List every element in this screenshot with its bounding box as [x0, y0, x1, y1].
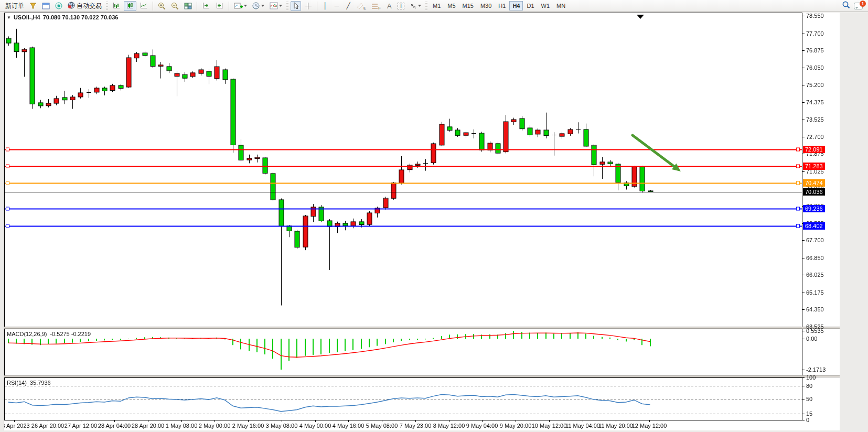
timeframe-m15[interactable]: M15	[459, 1, 477, 10]
time-axis-tick: 3 May 08:00	[266, 423, 298, 429]
notifications-icon[interactable]: 1	[854, 3, 863, 9]
candlestick-mode-button[interactable]	[124, 1, 136, 11]
notification-badge: 1	[860, 1, 866, 7]
time-axis-tick: 12 May 12:00	[632, 423, 667, 429]
rsi-axis-tick-100: 100	[806, 374, 816, 381]
timeframe-m1[interactable]: M1	[430, 1, 444, 10]
macd-values: -0.5275 -0.2219	[50, 331, 91, 337]
timeframe-m5[interactable]: M5	[444, 1, 458, 10]
price-axis-tick-78.550: 78.550	[806, 13, 824, 19]
autotrade-label: 自动交易	[77, 2, 102, 10]
zoom-out-button[interactable]	[169, 1, 181, 11]
price-axis-tick-74.375: 74.375	[806, 99, 824, 105]
price-axis-tick-76.875: 76.875	[806, 47, 824, 53]
funnel-icon[interactable]	[27, 1, 39, 11]
chevron-down-icon	[261, 5, 264, 7]
autotrade-globe-icon	[68, 2, 75, 10]
price-axis-tick-73.525: 73.525	[806, 116, 824, 123]
fibonacci-tool-button[interactable]: F	[369, 1, 383, 11]
auto-scroll-button[interactable]	[200, 1, 212, 11]
time-axis-tick: 1 May 08:00	[166, 423, 198, 429]
arrows-tool-dropdown[interactable]	[408, 1, 423, 11]
timeframe-toolbar: M1M5M15M30H1H4D1W1MN	[430, 1, 569, 10]
line-chart-mode-button[interactable]	[137, 1, 150, 11]
rsi-axis-tick-15: 15	[806, 411, 812, 417]
trendline-tool-button[interactable]: ╱	[343, 1, 353, 11]
autotrade-button[interactable]: 自动交易	[66, 1, 104, 11]
timeframe-h1[interactable]: H1	[495, 1, 509, 10]
time-axis-tick: 5 May 08:00	[366, 423, 398, 429]
chart-ohlc-readout: 70.080 70.130 70.022 70.036	[43, 14, 119, 20]
equidistant-channel-tool-button[interactable]: E	[355, 1, 368, 11]
price-axis-tick-75.200: 75.200	[806, 82, 824, 88]
time-axis-tick: 11 May 04:00	[565, 423, 600, 429]
macd-name: MACD(12,26,9)	[7, 331, 47, 337]
time-axis-tick: 26 Apr 20:00	[31, 423, 64, 429]
search-icon[interactable]	[842, 1, 851, 12]
signal-icon[interactable]	[53, 1, 65, 11]
market-watch-icon[interactable]	[40, 1, 52, 11]
text-tool-button[interactable]: A	[384, 1, 394, 11]
text-label-tool-button[interactable]: T	[395, 1, 406, 11]
horizontal-line-tool-button[interactable]: ─	[331, 1, 342, 11]
timeframe-h4[interactable]: H4	[509, 1, 523, 10]
price-line-tag-72.091[interactable]: 72.091	[803, 146, 825, 153]
price-line-tag-71.283[interactable]: 71.283	[803, 163, 825, 170]
rsi-axis-tick-0: 0	[806, 417, 809, 423]
bar-chart-mode-button[interactable]	[110, 1, 123, 11]
chart-canvas[interactable]	[4, 13, 840, 430]
price-line-tag-70.036[interactable]: 70.036	[803, 188, 825, 196]
new-order-button[interactable]: 新订单	[3, 1, 26, 11]
time-axis-tick: 11 May 20:00	[598, 423, 633, 429]
time-axis-tick: 10 May 12:00	[532, 423, 567, 429]
rsi-value: 35.7936	[30, 380, 51, 386]
time-axis-tick: 9 May 20:00	[500, 423, 532, 429]
rsi-name: RSI(14)	[7, 380, 27, 386]
crosshair-tool-button[interactable]	[302, 1, 314, 11]
time-axis-tick: 4 May 16:00	[333, 423, 365, 429]
timeframe-d1[interactable]: D1	[523, 1, 537, 10]
time-axis-tick: 2 May 00:00	[199, 423, 231, 429]
pane-splitter[interactable]	[4, 327, 840, 329]
new-chart-dropdown[interactable]	[232, 1, 249, 11]
macd-axis-tick-0.00: 0.00	[806, 336, 817, 342]
price-axis-tick-66.025: 66.025	[806, 272, 824, 278]
chart-shift-button[interactable]	[213, 1, 226, 11]
rsi-axis-tick-50: 50	[806, 396, 812, 402]
pane-splitter[interactable]	[4, 375, 840, 377]
price-axis-tick-65.175: 65.175	[806, 289, 824, 296]
time-axis-tick: 8 May 12:00	[433, 423, 465, 429]
price-axis-tick-72.700: 72.700	[806, 134, 824, 140]
price-line-tag-69.236[interactable]: 69.236	[803, 205, 825, 212]
chart-title: ▼ USOil-,H4 70.080 70.130 70.022 70.036	[7, 14, 118, 20]
price-line-tag-70.474[interactable]: 70.474	[803, 179, 825, 187]
symbol-dropdown-icon[interactable]: ▼	[7, 15, 11, 20]
chart-symbol-label: USOil-,H4	[14, 14, 40, 20]
price-axis-tick-67.700: 67.700	[806, 237, 824, 243]
time-axis-tick: 26 Apr 2023	[4, 423, 30, 429]
chevron-down-icon	[244, 5, 247, 7]
template-dropdown[interactable]	[267, 1, 284, 11]
rsi-axis-tick-80: 80	[806, 383, 812, 389]
timeframe-mn[interactable]: MN	[553, 1, 569, 10]
time-axis-tick: 27 Apr 12:00	[65, 423, 97, 429]
price-line-tag-68.402[interactable]: 68.402	[803, 222, 825, 230]
tile-windows-button[interactable]	[182, 1, 194, 11]
timeframe-m30[interactable]: M30	[477, 1, 495, 10]
cursor-tool-button[interactable]	[291, 1, 301, 11]
period-dropdown[interactable]	[250, 1, 266, 11]
price-axis-tick-64.350: 64.350	[806, 306, 824, 312]
toolbar-separator	[197, 2, 197, 10]
chevron-down-icon	[418, 5, 421, 7]
main-toolbar: 新订单 自动交易	[0, 0, 868, 12]
toolbar-grip	[106, 2, 108, 10]
macd-axis-tick--2.1713: -2.1713	[806, 366, 826, 373]
price-axis-tick-76.050: 76.050	[806, 64, 824, 71]
macd-axis-tick-0.5535: 0.5535	[806, 328, 824, 334]
rsi-indicator-label: RSI(14) 35.7936	[7, 380, 51, 386]
timeframe-w1[interactable]: W1	[538, 1, 553, 10]
vertical-line-tool-button[interactable]: │	[320, 1, 330, 11]
chevron-down-icon	[279, 5, 282, 7]
time-axis-tick: 4 May 00:00	[299, 423, 331, 429]
zoom-in-button[interactable]	[156, 1, 168, 11]
